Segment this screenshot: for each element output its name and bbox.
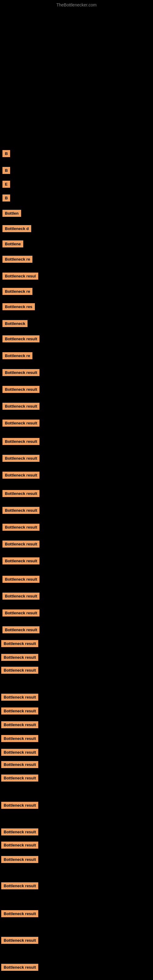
bottleneck-result-label: Bottleneck result	[1, 640, 38, 647]
list-item: Bottleneck result	[0, 667, 38, 674]
bottleneck-result-label: B	[2, 167, 10, 174]
bottleneck-result-label: Bottleneck result	[2, 626, 40, 633]
bottleneck-result-label: Bottleneck resul	[2, 272, 38, 280]
bottleneck-result-label: Bottleneck result	[2, 593, 40, 600]
bottleneck-result-label: Bottleneck	[2, 320, 27, 327]
list-item: Bottleneck result	[0, 802, 38, 809]
bottleneck-result-label: Bottleneck result	[1, 749, 38, 756]
bottleneck-result-label: Bottleneck result	[1, 829, 38, 835]
bottleneck-result-label: Bottleneck result	[1, 721, 38, 728]
bottleneck-result-label: Bottleneck result	[2, 438, 40, 445]
list-item: Bottleneck result	[0, 829, 38, 835]
bottleneck-result-label: Bottleneck result	[2, 420, 40, 426]
list-item: Bottleneck result	[1, 403, 40, 410]
bottleneck-result-label: Bottleneck result	[1, 937, 38, 944]
bottleneck-result-label: Bottleneck result	[2, 455, 40, 462]
list-item: Bottleneck result	[1, 490, 40, 497]
bottleneck-result-label: Bottleneck result	[1, 964, 38, 971]
list-item: Bottleneck result	[0, 882, 38, 889]
list-item: Bottleneck re	[1, 256, 32, 263]
bottleneck-result-label: Bottleneck result	[1, 910, 38, 917]
bottleneck-result-label: Bottlen	[2, 210, 21, 217]
list-item: Bottleneck result	[0, 721, 38, 728]
bottleneck-result-label: Bottleneck result	[2, 386, 40, 393]
bottleneck-result-label: Bottlene	[2, 240, 23, 247]
bottleneck-result-label: Bottleneck result	[2, 524, 40, 531]
bottleneck-result-label: Bottleneck result	[1, 775, 38, 781]
list-item: Bottleneck result	[0, 842, 38, 849]
list-item: B	[1, 150, 10, 157]
list-item: Bottleneck result	[1, 472, 40, 479]
list-item: Bottleneck result	[1, 386, 40, 393]
list-item: Bottleneck result	[1, 335, 40, 342]
list-item: Bottleneck re	[1, 288, 32, 295]
list-item: Bottleneck result	[1, 541, 40, 547]
list-item: Bottleneck result	[0, 937, 38, 944]
list-item: Bottleneck res	[1, 303, 35, 310]
bottleneck-result-label: B	[2, 150, 10, 157]
bottleneck-result-label: Bottleneck result	[1, 708, 38, 714]
list-item: Bottleneck result	[0, 640, 38, 647]
list-item: E	[1, 181, 10, 188]
bottleneck-result-label: Bottleneck result	[1, 694, 38, 701]
list-item: Bottleneck	[1, 320, 27, 327]
list-item: Bottleneck result	[1, 369, 40, 376]
list-item: Bottleneck re	[1, 352, 32, 359]
bottleneck-result-label: Bottleneck re	[2, 288, 32, 295]
list-item: Bottleneck result	[0, 964, 38, 971]
list-item: Bottleneck result	[1, 609, 40, 616]
list-item: Bottleneck result	[0, 856, 38, 863]
list-item: Bottleneck result	[0, 761, 38, 768]
bottleneck-result-label: Bottleneck res	[2, 303, 35, 310]
list-item: Bottleneck result	[1, 524, 40, 531]
site-title: TheBottlenecker.com	[0, 2, 153, 7]
list-item: Bottleneck result	[0, 775, 38, 781]
list-item: Bottleneck result	[0, 910, 38, 917]
list-item: Bottleneck result	[0, 654, 38, 661]
bottleneck-result-label: Bottleneck d	[2, 225, 31, 232]
list-item: Bottleneck d	[1, 225, 31, 232]
bottleneck-result-label: Bottleneck result	[1, 761, 38, 768]
bottleneck-result-label: Bottleneck result	[1, 882, 38, 889]
list-item: Bottleneck result	[1, 593, 40, 600]
bottleneck-result-label: E	[2, 181, 10, 188]
bottleneck-result-label: Bottleneck result	[2, 507, 40, 514]
bottleneck-result-label: Bottleneck re	[2, 352, 32, 359]
list-item: Bottleneck result	[0, 708, 38, 714]
bottleneck-result-label: Bottleneck result	[1, 735, 38, 742]
bottleneck-result-label: Bottleneck result	[2, 472, 40, 479]
bottleneck-result-label: Bottleneck result	[2, 557, 40, 565]
bottleneck-result-label: Bottleneck result	[1, 842, 38, 849]
list-item: Bottleneck result	[0, 749, 38, 756]
list-item: Bottleneck result	[1, 576, 40, 583]
list-item: Bottleneck result	[1, 507, 40, 514]
list-item: Bottleneck result	[0, 735, 38, 742]
bottleneck-result-label: B	[2, 194, 10, 202]
bottleneck-result-label: Bottleneck result	[2, 541, 40, 547]
bottleneck-result-label: Bottleneck result	[1, 667, 38, 674]
list-item: Bottlen	[1, 210, 21, 217]
list-item: Bottlene	[1, 240, 23, 247]
list-item: Bottleneck result	[1, 455, 40, 462]
list-item: Bottleneck result	[1, 626, 40, 633]
list-item: Bottleneck result	[0, 694, 38, 701]
bottleneck-result-label: Bottleneck result	[2, 576, 40, 583]
list-item: B	[1, 194, 10, 202]
list-item: Bottleneck result	[1, 557, 40, 565]
bottleneck-result-label: Bottleneck result	[2, 609, 40, 616]
list-item: Bottleneck resul	[1, 272, 38, 280]
list-item: Bottleneck result	[1, 438, 40, 445]
bottleneck-result-label: Bottleneck result	[2, 369, 40, 376]
bottleneck-result-label: Bottleneck result	[1, 654, 38, 661]
bottleneck-result-label: Bottleneck result	[2, 403, 40, 410]
bottleneck-result-label: Bottleneck re	[2, 256, 32, 263]
list-item: B	[1, 167, 10, 174]
bottleneck-result-label: Bottleneck result	[1, 802, 38, 809]
bottleneck-result-label: Bottleneck result	[2, 335, 40, 342]
bottleneck-result-label: Bottleneck result	[1, 856, 38, 863]
bottleneck-result-label: Bottleneck result	[2, 490, 40, 497]
list-item: Bottleneck result	[1, 420, 40, 426]
